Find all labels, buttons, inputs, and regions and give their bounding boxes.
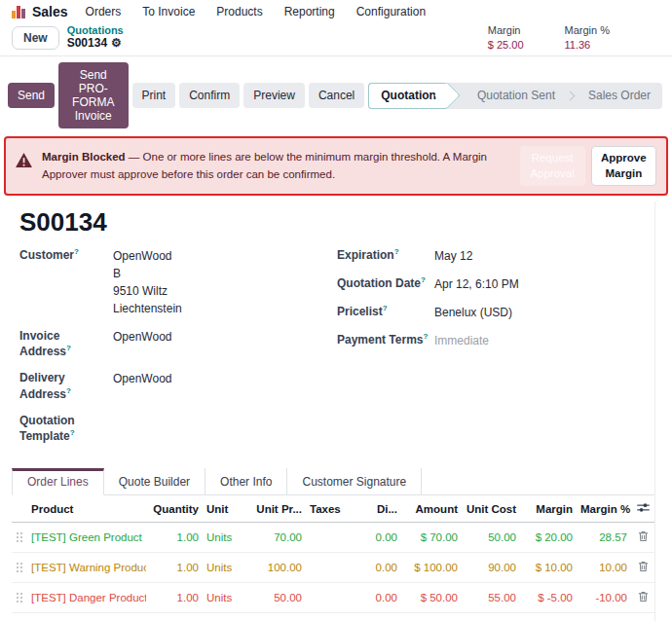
warning-triangle-icon	[16, 153, 32, 167]
payment-terms-value[interactable]: Immediate	[434, 332, 489, 349]
help-icon: ?	[66, 344, 71, 352]
field-quotation-template: Quotation Template?	[19, 413, 337, 444]
customer-value[interactable]: OpenWood B 9510 Wiltz Liechtenstein	[113, 247, 182, 317]
field-delivery-address: Delivery Address? OpenWood	[19, 370, 337, 401]
menu-to-invoice[interactable]: To Invoice	[142, 5, 195, 18]
tab-customer-signature[interactable]: Customer Signature	[287, 468, 422, 494]
delete-line-icon[interactable]	[638, 591, 649, 603]
approve-margin-button[interactable]: Approve Margin	[591, 146, 656, 186]
cell-amount: $ 70.00	[401, 523, 462, 553]
top-nav: Sales Orders To Invoice Products Reporti…	[0, 0, 672, 21]
col-taxes[interactable]: Taxes	[306, 495, 356, 523]
cell-unit[interactable]: Units	[203, 583, 247, 613]
delete-line-icon[interactable]	[638, 530, 649, 542]
cell-unit-price[interactable]: 50.00	[247, 583, 306, 613]
gear-icon[interactable]: ⚙	[111, 37, 122, 51]
cell-margin: $ 10.00	[520, 553, 577, 583]
new-button[interactable]: New	[12, 26, 59, 50]
menu-reporting[interactable]: Reporting	[284, 5, 335, 18]
send-button[interactable]: Send	[8, 83, 55, 108]
cell-unit-cost[interactable]: 55.00	[462, 583, 520, 613]
field-grid: Customer? OpenWood B 9510 Wiltz Liechten…	[19, 247, 654, 455]
cell-taxes[interactable]	[306, 523, 356, 553]
col-margin[interactable]: Margin	[520, 495, 577, 523]
alert-buttons: Request Approval Approve Margin	[520, 146, 656, 186]
cancel-button[interactable]: Cancel	[309, 83, 364, 108]
pricelist-value[interactable]: Benelux (USD)	[434, 304, 512, 321]
drag-handle-icon[interactable]	[16, 592, 23, 603]
field-customer: Customer? OpenWood B 9510 Wiltz Liechten…	[19, 247, 337, 317]
drag-handle-icon[interactable]	[16, 562, 23, 573]
cell-discount[interactable]: 0.00	[356, 523, 401, 553]
menu-products[interactable]: Products	[216, 5, 262, 18]
cell-quantity[interactable]: 1.00	[146, 523, 203, 553]
invoice-address-value[interactable]: OpenWood	[113, 328, 172, 359]
status-step-sales-order[interactable]: Sales Order	[577, 83, 662, 109]
quotation-date-value[interactable]: Apr 12, 6:10 PM	[434, 275, 519, 293]
tab-other-info[interactable]: Other Info	[205, 468, 287, 494]
tab-order-lines[interactable]: Order Lines	[12, 468, 104, 495]
delivery-address-value[interactable]: OpenWood	[113, 370, 172, 401]
cell-margin-pct: 10.00	[577, 553, 631, 583]
order-line-row[interactable]: [TEST] Warning Product 1.00 Units 100.00…	[12, 553, 654, 583]
menu-orders[interactable]: Orders	[86, 5, 122, 18]
request-approval-button[interactable]: Request Approval	[520, 146, 585, 186]
tab-quote-builder[interactable]: Quote Builder	[104, 468, 205, 494]
col-margin-pct[interactable]: Margin %	[577, 495, 631, 523]
cell-margin: $ 20.00	[520, 523, 577, 553]
order-lines-footer: Add a product Add a section Add a note C…	[12, 613, 654, 621]
stat-margin[interactable]: Margin $ 25.00	[488, 23, 524, 52]
help-icon: ?	[74, 247, 79, 256]
cell-discount[interactable]: 0.00	[356, 553, 401, 583]
stat-margin-pct[interactable]: Margin % 11.36	[565, 23, 610, 52]
col-amount[interactable]: Amount	[401, 495, 462, 523]
app-name[interactable]: Sales	[32, 4, 68, 19]
cell-unit[interactable]: Units	[203, 523, 247, 553]
cell-product[interactable]: [TEST] Warning Product	[27, 553, 146, 583]
cell-unit[interactable]: Units	[203, 553, 247, 583]
print-button[interactable]: Print	[132, 83, 176, 108]
confirm-button[interactable]: Confirm	[179, 83, 240, 108]
status-step-quotation[interactable]: Quotation	[368, 83, 448, 109]
help-icon: ?	[394, 247, 399, 256]
cell-unit-cost[interactable]: 50.00	[462, 523, 520, 553]
optional-columns-icon[interactable]	[637, 502, 650, 513]
col-quantity[interactable]: Quantity	[146, 495, 203, 523]
send-proforma-button[interactable]: Send PRO-FORMA Invoice	[58, 62, 128, 128]
cell-unit-price[interactable]: 70.00	[247, 523, 306, 553]
cell-taxes[interactable]	[306, 553, 356, 583]
help-icon: ?	[70, 428, 75, 437]
action-row: Send Send PRO-FORMA Invoice Print Confir…	[0, 56, 672, 134]
record-title[interactable]: S00134	[19, 207, 654, 237]
margin-blocked-alert: Margin Blocked — One or more lines are b…	[4, 136, 668, 196]
expiration-value[interactable]: May 12	[434, 247, 472, 265]
cell-taxes[interactable]	[306, 583, 356, 613]
cell-quantity[interactable]: 1.00	[146, 583, 203, 613]
col-unit[interactable]: Unit	[203, 495, 247, 523]
cell-product[interactable]: [TEST] Green Product	[27, 523, 146, 553]
order-line-row[interactable]: [TEST] Danger Product 1.00 Units 50.00 0…	[12, 583, 654, 613]
sales-app-brand[interactable]: Sales	[12, 4, 68, 19]
cell-discount[interactable]: 0.00	[356, 583, 401, 613]
cell-unit-price[interactable]: 100.00	[247, 553, 306, 583]
stat-margin-value: $ 25.00	[488, 38, 524, 52]
status-pipeline: Quotation Quotation Sent Sales Order	[368, 83, 662, 109]
cell-product[interactable]: [TEST] Danger Product	[27, 583, 146, 613]
col-unit-cost[interactable]: Unit Cost	[462, 495, 520, 523]
field-payment-terms: Payment Terms? Immediate	[337, 332, 654, 349]
drag-handle-icon[interactable]	[16, 531, 23, 543]
cell-unit-cost[interactable]: 90.00	[462, 553, 520, 583]
col-discount[interactable]: Di...	[356, 495, 401, 523]
preview-button[interactable]: Preview	[243, 83, 305, 108]
stat-margin-label: Margin	[488, 23, 524, 37]
cell-quantity[interactable]: 1.00	[146, 553, 203, 583]
col-unit-price[interactable]: Unit Pr...	[247, 495, 306, 523]
stat-buttons: Margin $ 25.00 Margin % 11.36	[488, 23, 610, 52]
status-step-quotation-sent[interactable]: Quotation Sent	[466, 83, 567, 109]
order-line-row[interactable]: [TEST] Green Product 1.00 Units 70.00 0.…	[12, 523, 654, 553]
col-product[interactable]: Product	[27, 495, 146, 523]
menu-configuration[interactable]: Configuration	[356, 5, 426, 18]
delete-line-icon[interactable]	[638, 561, 649, 572]
help-icon: ?	[383, 304, 388, 312]
breadcrumb-current-record: S00134	[67, 37, 107, 51]
